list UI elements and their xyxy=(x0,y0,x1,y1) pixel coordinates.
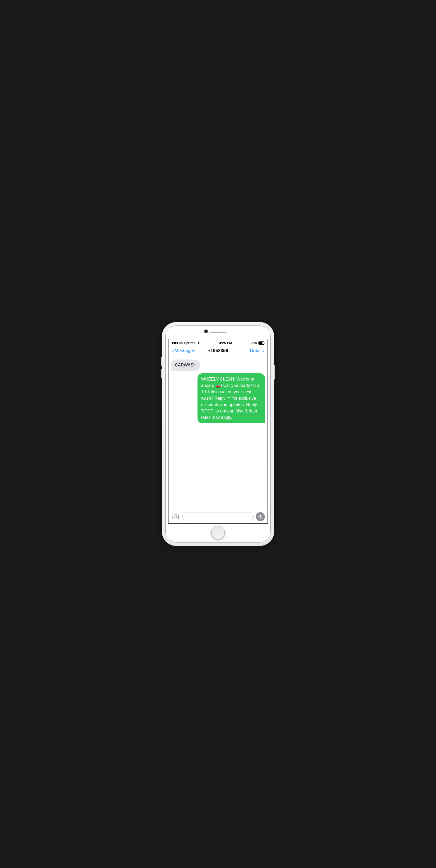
messages-area: CARWASH WHEELY CLEAN: Welcome aboard 🚗! … xyxy=(169,356,267,510)
home-button[interactable] xyxy=(211,526,225,539)
earpiece-speaker xyxy=(210,332,226,333)
battery-icon xyxy=(258,341,264,345)
carrier-label: Sprint LTE xyxy=(184,341,200,345)
signal-dot-2 xyxy=(174,342,176,344)
signal-dot-4 xyxy=(179,342,181,344)
sent-message-text: WHEELY CLEAN: Welcome aboard 🚗! Car you … xyxy=(201,377,260,420)
signal-dot-5 xyxy=(181,342,183,344)
time-display: 3:25 PM xyxy=(219,341,232,345)
battery-fill xyxy=(259,342,262,344)
status-left: Sprint LTE xyxy=(172,341,200,345)
back-label: Messages xyxy=(175,348,195,353)
details-button[interactable]: Details xyxy=(233,348,264,353)
volume-down-button[interactable] xyxy=(161,369,162,378)
back-button[interactable]: ‹ Messages xyxy=(172,348,203,353)
front-camera xyxy=(204,330,208,333)
svg-point-2 xyxy=(177,516,178,516)
status-right: 75% xyxy=(251,341,264,345)
chevron-left-icon: ‹ xyxy=(172,348,174,353)
battery-body xyxy=(258,341,264,345)
message-bubble-sent: WHEELY CLEAN: Welcome aboard 🚗! Car you … xyxy=(198,373,265,423)
message-input[interactable] xyxy=(182,512,254,521)
phone-inner: Sprint LTE 3:25 PM 75% ‹ Messages xyxy=(165,326,271,542)
battery-percent: 75% xyxy=(251,341,257,345)
status-bar: Sprint LTE 3:25 PM 75% xyxy=(169,339,267,346)
signal-strength xyxy=(172,342,183,344)
svg-rect-3 xyxy=(260,515,261,517)
mic-button[interactable] xyxy=(256,512,265,521)
message-bubble-received: CARWASH xyxy=(171,360,200,371)
power-button[interactable] xyxy=(274,365,275,379)
signal-dot-1 xyxy=(172,342,174,344)
signal-dot-3 xyxy=(176,342,178,344)
mic-icon xyxy=(258,514,262,519)
screen: Sprint LTE 3:25 PM 75% ‹ Messages xyxy=(168,339,268,524)
svg-point-1 xyxy=(175,516,177,518)
phone-device: Sprint LTE 3:25 PM 75% ‹ Messages xyxy=(162,322,274,546)
conversation-title: +1952356 xyxy=(203,348,233,353)
nav-bar: ‹ Messages +1952356 Details xyxy=(169,346,267,356)
camera-icon xyxy=(173,514,179,519)
input-bar xyxy=(169,510,267,523)
volume-up-button[interactable] xyxy=(161,357,162,366)
camera-button[interactable] xyxy=(171,512,180,521)
received-message-text: CARWASH xyxy=(175,363,197,367)
